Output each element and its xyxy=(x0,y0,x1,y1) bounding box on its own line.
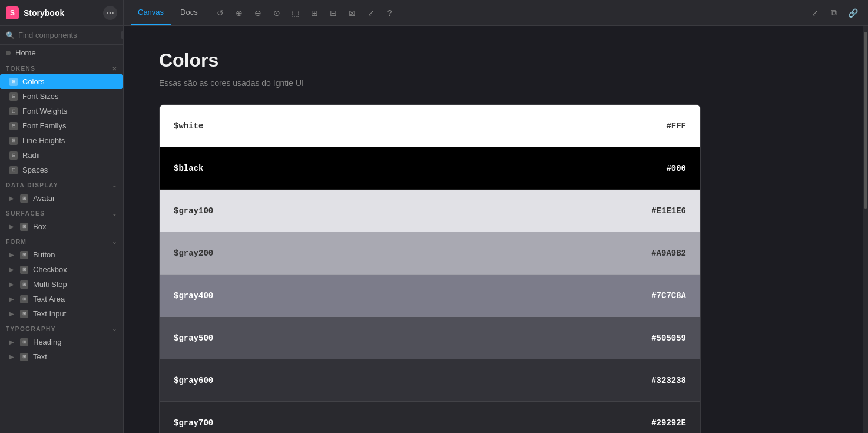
radii-icon: ⊞ xyxy=(9,151,18,160)
nav-item-label: Box xyxy=(33,222,46,231)
expand-icon: ▶ xyxy=(9,281,14,287)
checkbox-icon: ⊞ xyxy=(20,266,28,274)
color-name: $black xyxy=(174,164,203,173)
viewport-icon[interactable]: ⬚ xyxy=(287,5,304,21)
toolbar-menu-button[interactable]: ··· xyxy=(103,6,117,20)
nav-item-text[interactable]: ▶ ⊞ Text xyxy=(0,349,123,364)
nav-item-checkbox[interactable]: ▶ ⊞ Checkbox xyxy=(0,262,123,277)
zoom-out-icon[interactable]: ⊖ xyxy=(250,5,266,21)
color-hex: #FFF xyxy=(666,121,686,131)
open-icon[interactable]: ⧉ xyxy=(826,5,842,21)
color-name: $gray200 xyxy=(174,249,213,258)
nav-home[interactable]: Home xyxy=(0,45,123,61)
nav-item-label: Colors xyxy=(22,77,45,86)
nav-item-label: Heading xyxy=(33,338,61,346)
color-row: $white#FFF xyxy=(160,105,700,147)
color-hex: #A9A9B2 xyxy=(651,249,686,258)
nav-item-label: Button xyxy=(33,250,55,259)
search-icon: 🔍 xyxy=(6,31,15,39)
nav-item-label: Font Weights xyxy=(22,107,67,115)
color-row: $gray500#505059 xyxy=(160,317,700,359)
section-tokens[interactable]: TOKENS ✕ xyxy=(0,61,123,74)
color-row: $gray400#7C7C8A xyxy=(160,275,700,317)
nav-item-box[interactable]: ▶ ⊞ Box xyxy=(0,219,123,234)
sidebar: 🔍 / Home TOKENS ✕ ⊞ Colors ⊞ Font Sizes xyxy=(0,26,124,433)
app-title: Storybook xyxy=(24,8,64,18)
nav-item-font-familys[interactable]: ⊞ Font Familys xyxy=(0,118,123,133)
font-weights-icon: ⊞ xyxy=(9,107,18,115)
color-row: $gray200#A9A9B2 xyxy=(160,232,700,275)
main-content: Colors Essas são as cores usadas do Ignt… xyxy=(124,26,863,433)
scrollbar-thumb[interactable] xyxy=(864,32,867,209)
color-name: $gray700 xyxy=(174,418,213,428)
tab-canvas[interactable]: Canvas xyxy=(131,0,171,25)
nav-item-avatar[interactable]: ▶ ⊞ Avatar xyxy=(0,191,123,206)
section-data-display-label: DATA DISPLAY xyxy=(6,182,58,189)
nav-item-label: Font Familys xyxy=(22,121,66,130)
page-title: Colors xyxy=(159,49,828,71)
heading-icon: ⊞ xyxy=(20,338,28,346)
nav-item-button[interactable]: ▶ ⊞ Button xyxy=(0,247,123,262)
section-form-chevron-icon: ⌄ xyxy=(112,239,118,245)
nav-item-heading[interactable]: ▶ ⊞ Heading xyxy=(0,335,123,349)
nav-item-colors[interactable]: ⊞ Colors xyxy=(0,74,123,89)
nav-item-label: Font Sizes xyxy=(22,92,58,101)
nav-item-multi-step[interactable]: ▶ ⊞ Multi Step xyxy=(0,277,123,292)
expand-icon: ▶ xyxy=(9,310,14,317)
section-form[interactable]: FORM ⌄ xyxy=(0,234,123,247)
color-name: $gray500 xyxy=(174,333,213,343)
reload-icon[interactable]: ↺ xyxy=(212,5,228,21)
nav-item-label: Text Area xyxy=(33,295,65,303)
fullscreen-icon[interactable]: ⤢ xyxy=(363,5,379,21)
toolbar-center: Canvas Docs ↺ ⊕ ⊖ ⊙ ⬚ ⊞ ⊟ ⊠ ⤢ ? xyxy=(124,0,800,25)
panel-icon[interactable]: ⊠ xyxy=(344,5,360,21)
color-hex: #E1E1E6 xyxy=(651,206,686,216)
nav-item-label: Checkbox xyxy=(33,265,67,274)
page-subtitle: Essas são as cores usadas do Igntie UI xyxy=(159,78,828,88)
section-typography-label: TYPOGRAPHY xyxy=(6,326,56,332)
section-data-display[interactable]: DATA DISPLAY ⌄ xyxy=(0,177,123,191)
section-tokens-close-icon: ✕ xyxy=(112,65,118,72)
nav-item-label: Text xyxy=(33,352,47,361)
section-surfaces-chevron-icon: ⌄ xyxy=(112,210,118,217)
color-hex: #323238 xyxy=(651,376,686,385)
zoom-reset-icon[interactable]: ⊙ xyxy=(269,5,285,21)
search-input[interactable] xyxy=(18,31,117,39)
body: 🔍 / Home TOKENS ✕ ⊞ Colors ⊞ Font Sizes xyxy=(0,26,868,433)
expand-icon: ▶ xyxy=(9,296,14,302)
nav-item-spaces[interactable]: ⊞ Spaces xyxy=(0,163,123,177)
section-typography[interactable]: TYPOGRAPHY ⌄ xyxy=(0,321,123,335)
expand-icon: ▶ xyxy=(9,195,14,201)
color-table: $white#FFF$black#000$gray100#E1E1E6$gray… xyxy=(159,104,701,433)
box-icon: ⊞ xyxy=(20,223,28,231)
nav-item-text-input[interactable]: ▶ ⊞ Text Input xyxy=(0,306,123,321)
section-typography-chevron-icon: ⌄ xyxy=(112,326,118,332)
expand-icon[interactable]: ⤢ xyxy=(807,5,823,21)
color-row: $black#000 xyxy=(160,147,700,190)
section-surfaces[interactable]: SURFACES ⌄ xyxy=(0,206,123,219)
nav-item-radii[interactable]: ⊞ Radii xyxy=(0,148,123,163)
color-name: $white xyxy=(174,121,203,131)
text-icon: ⊞ xyxy=(20,353,28,361)
spaces-icon: ⊞ xyxy=(9,166,18,174)
scrollbar-track[interactable] xyxy=(863,26,868,433)
avatar-icon: ⊞ xyxy=(20,194,28,203)
zoom-in-icon[interactable]: ⊕ xyxy=(231,5,247,21)
nav-item-label: Avatar xyxy=(33,194,55,203)
expand-icon: ▶ xyxy=(9,266,14,273)
layout-icon[interactable]: ⊟ xyxy=(325,5,342,21)
nav-item-font-weights[interactable]: ⊞ Font Weights xyxy=(0,104,123,118)
nav-item-text-area[interactable]: ▶ ⊞ Text Area xyxy=(0,292,123,306)
section-surfaces-label: SURFACES xyxy=(6,210,45,217)
multi-step-icon: ⊞ xyxy=(20,280,28,289)
tab-docs[interactable]: Docs xyxy=(173,0,205,25)
grid-icon[interactable]: ⊞ xyxy=(306,5,323,21)
storybook-logo: S xyxy=(6,6,19,19)
color-row: $gray600#323238 xyxy=(160,359,700,402)
toolbar-icons: ↺ ⊕ ⊖ ⊙ ⬚ ⊞ ⊟ ⊠ ⤢ ? xyxy=(212,5,398,21)
nav-item-line-heights[interactable]: ⊞ Line Heights xyxy=(0,133,123,148)
nav-item-font-sizes[interactable]: ⊞ Font Sizes xyxy=(0,89,123,104)
link-icon[interactable]: 🔗 xyxy=(844,5,861,21)
color-row: $gray100#E1E1E6 xyxy=(160,190,700,232)
help-icon[interactable]: ? xyxy=(382,5,398,21)
